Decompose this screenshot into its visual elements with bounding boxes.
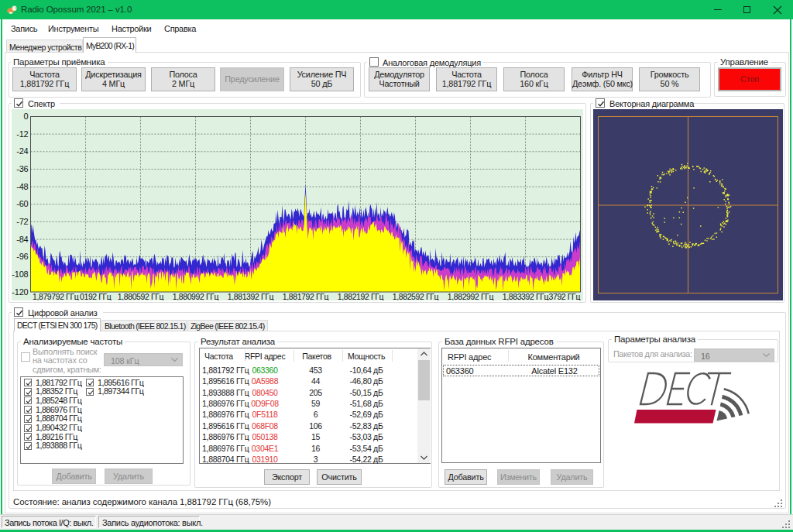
svg-text:3792 ГГц: 3792 ГГц [549,292,581,300]
svg-text:-60: -60 [16,199,28,208]
svg-text:-120: -120 [12,287,28,297]
svg-text:-96: -96 [16,252,28,261]
svg-text:-72: -72 [16,217,28,226]
svg-text:-24: -24 [16,146,28,156]
svg-text:0: 0 [24,112,29,121]
svg-text:-36: -36 [16,164,28,173]
svg-text:1,880992 ГГц: 1,880992 ГГц [173,292,219,300]
svg-text:1,882192 ГГц: 1,882192 ГГц [338,292,384,300]
svg-text:1,882592 ГГц: 1,882592 ГГц [393,292,439,300]
svg-text:-84: -84 [16,235,28,244]
svg-text:1,881792 ГГц: 1,881792 ГГц [283,292,329,300]
svg-text:1,879792 ГГц: 1,879792 ГГц [33,292,79,300]
svg-text:-108: -108 [12,269,28,279]
svg-text:0192 ГГц: 0192 ГГц [80,292,112,300]
svg-text:1,881392 ГГц: 1,881392 ГГц [228,292,274,300]
svg-text:1,882992 ГГц: 1,882992 ГГц [448,292,494,300]
svg-text:1,883392 ГГц: 1,883392 ГГц [503,292,549,300]
svg-text:1,880592 ГГц: 1,880592 ГГц [118,292,164,300]
svg-text:-12: -12 [16,129,28,139]
svg-text:-48: -48 [16,182,28,191]
